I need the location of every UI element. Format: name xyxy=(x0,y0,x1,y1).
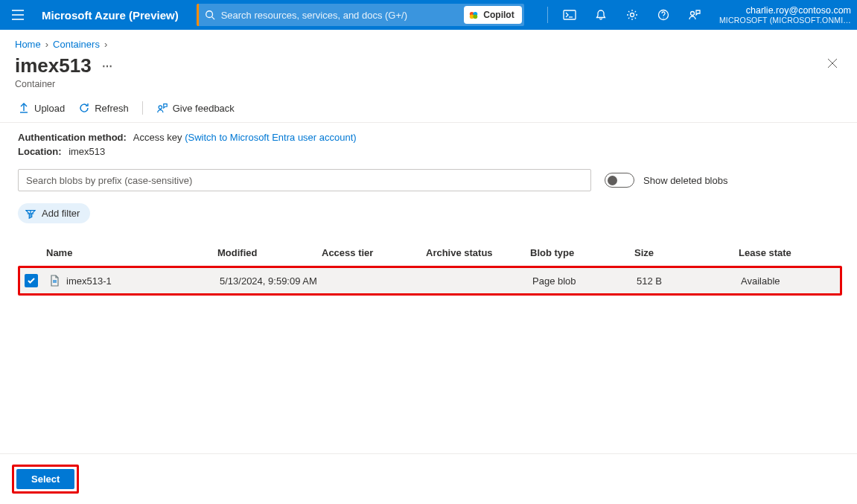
row-blob-type: Page blob xyxy=(532,275,637,287)
auth-method-label: Authentication method: xyxy=(18,132,127,143)
svg-point-14 xyxy=(690,12,694,16)
svg-point-11 xyxy=(630,13,634,17)
auth-method-value: Access key xyxy=(133,132,182,143)
col-size[interactable]: Size xyxy=(634,247,739,258)
col-access-tier[interactable]: Access tier xyxy=(322,247,426,258)
title-block: imex513 ⋯ Container xyxy=(15,54,823,89)
svg-point-3 xyxy=(206,11,212,18)
upload-button[interactable]: Upload xyxy=(18,102,65,114)
col-lease[interactable]: Lease state xyxy=(739,247,843,258)
feedback-header-button[interactable] xyxy=(681,0,709,30)
show-deleted-label: Show deleted blobs xyxy=(643,175,727,186)
filter-icon xyxy=(25,208,36,219)
chevron-right-icon: › xyxy=(104,39,107,50)
footer-bar: Select xyxy=(0,453,857,504)
location-value: imex513 xyxy=(69,146,105,157)
blob-table: Name Modified Access tier Archive status… xyxy=(18,241,842,296)
svg-point-13 xyxy=(663,17,663,18)
toggle-knob xyxy=(608,176,617,185)
person-feedback-icon xyxy=(688,9,701,21)
blob-search-input[interactable] xyxy=(18,169,591,191)
filter-row: Add filter xyxy=(0,191,857,223)
location-row: Location: imex513 xyxy=(18,146,842,157)
hamburger-icon xyxy=(12,10,24,20)
location-label: Location: xyxy=(18,146,62,157)
page-title: imex513 xyxy=(15,54,92,77)
breadcrumb: Home › Containers › xyxy=(0,30,857,50)
breadcrumb-home[interactable]: Home xyxy=(15,39,41,50)
select-highlight: Select xyxy=(12,465,79,494)
brand-label[interactable]: Microsoft Azure (Preview) xyxy=(36,9,189,22)
row-checkbox-cell xyxy=(20,274,48,287)
command-bar: Upload Refresh Give feedback xyxy=(0,89,857,123)
meta-section: Authentication method: Access key (Switc… xyxy=(0,123,857,160)
page-subtitle: Container xyxy=(15,79,823,89)
col-modified[interactable]: Modified xyxy=(217,247,322,258)
header-divider xyxy=(547,7,548,23)
add-filter-button[interactable]: Add filter xyxy=(18,203,90,223)
table-header: Name Modified Access tier Archive status… xyxy=(18,241,842,264)
row-size: 512 B xyxy=(637,275,741,287)
svg-point-8 xyxy=(474,14,478,19)
row-lease: Available xyxy=(741,275,845,287)
close-blade-button[interactable] xyxy=(823,54,842,74)
notifications-button[interactable] xyxy=(587,0,615,30)
switch-auth-link[interactable]: (Switch to Microsoft Entra user account) xyxy=(185,132,356,143)
global-search[interactable]: Search resources, services, and docs (G+… xyxy=(197,4,524,26)
copilot-button[interactable]: Copilot xyxy=(464,6,521,24)
row-modified: 5/13/2024, 9:59:09 AM xyxy=(220,275,324,287)
bell-icon xyxy=(595,9,607,21)
controls-row: Show deleted blobs xyxy=(0,160,857,191)
feedback-label: Give feedback xyxy=(173,103,235,114)
show-deleted-toggle[interactable] xyxy=(605,173,634,188)
question-icon xyxy=(657,9,669,21)
breadcrumb-containers[interactable]: Containers xyxy=(53,39,100,50)
app-root: Microsoft Azure (Preview) Search resourc… xyxy=(0,0,857,504)
add-filter-label: Add filter xyxy=(42,208,80,219)
check-icon xyxy=(27,276,36,285)
more-actions-button[interactable]: ⋯ xyxy=(102,60,113,72)
chevron-right-icon: › xyxy=(45,39,48,50)
select-button[interactable]: Select xyxy=(16,469,74,489)
svg-point-18 xyxy=(159,106,162,109)
row-checkbox[interactable] xyxy=(25,274,38,287)
toolbar-divider xyxy=(142,101,143,115)
close-icon xyxy=(827,58,838,68)
auth-row: Authentication method: Access key (Switc… xyxy=(18,132,842,143)
refresh-icon xyxy=(78,102,90,114)
settings-button[interactable] xyxy=(618,0,646,30)
col-archive[interactable]: Archive status xyxy=(426,247,530,258)
table-row[interactable]: imex513-1 5/13/2024, 9:59:09 AM Page blo… xyxy=(20,268,840,293)
cloud-shell-button[interactable] xyxy=(555,0,584,30)
col-blob-type[interactable]: Blob type xyxy=(530,247,634,258)
row-name-cell[interactable]: imex513-1 xyxy=(48,275,220,287)
svg-rect-9 xyxy=(564,10,576,19)
copilot-icon xyxy=(468,10,479,20)
col-name[interactable]: Name xyxy=(46,247,217,258)
title-row: imex513 ⋯ Container xyxy=(0,50,857,89)
top-header: Microsoft Azure (Preview) Search resourc… xyxy=(0,0,857,30)
gear-icon xyxy=(626,9,638,21)
page-title-wrap: imex513 ⋯ xyxy=(15,54,823,77)
search-icon xyxy=(199,10,221,20)
global-search-placeholder: Search resources, services, and docs (G+… xyxy=(221,10,465,21)
copilot-label: Copilot xyxy=(483,10,514,20)
account-tenant: MICROSOFT (MICROSOFT.ONMI… xyxy=(719,16,851,25)
show-deleted-toggle-wrap: Show deleted blobs xyxy=(605,173,727,188)
account-menu[interactable]: charlie.roy@contoso.com MICROSOFT (MICRO… xyxy=(712,5,851,25)
upload-label: Upload xyxy=(34,103,65,114)
account-email: charlie.roy@contoso.com xyxy=(719,5,851,16)
menu-toggle-button[interactable] xyxy=(3,0,33,30)
upload-icon xyxy=(18,102,30,114)
refresh-button[interactable]: Refresh xyxy=(78,102,129,114)
refresh-label: Refresh xyxy=(95,103,129,114)
highlighted-selection: imex513-1 5/13/2024, 9:59:09 AM Page blo… xyxy=(18,266,842,296)
person-feedback-icon xyxy=(156,102,168,114)
terminal-icon xyxy=(563,10,576,20)
help-button[interactable] xyxy=(649,0,678,30)
row-name: imex513-1 xyxy=(66,275,112,287)
give-feedback-button[interactable]: Give feedback xyxy=(156,102,235,114)
svg-line-4 xyxy=(211,17,214,20)
file-icon xyxy=(48,275,60,287)
